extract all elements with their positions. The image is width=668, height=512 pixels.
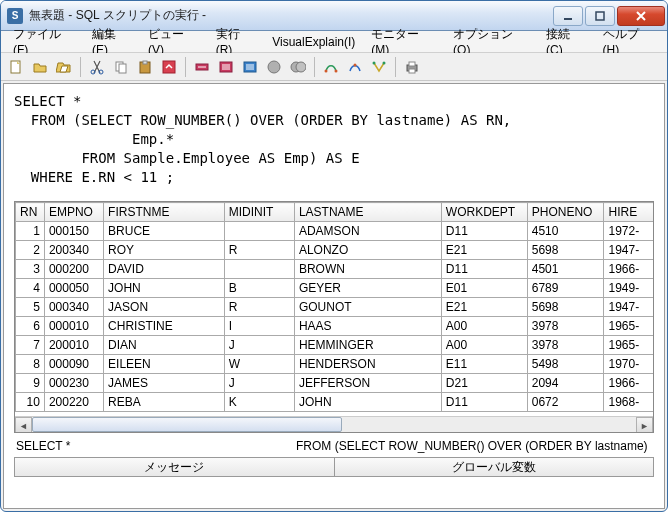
cell-mid[interactable]: B — [224, 279, 294, 298]
cell-first[interactable]: CHRISTINE — [104, 317, 225, 336]
save-button[interactable] — [53, 56, 75, 78]
cell-empno[interactable]: 000150 — [44, 222, 103, 241]
cell-last[interactable]: GEYER — [294, 279, 441, 298]
cell-hire[interactable]: 1947- — [604, 241, 653, 260]
cell-mid[interactable]: I — [224, 317, 294, 336]
cell-mid[interactable] — [224, 222, 294, 241]
cell-mid[interactable]: K — [224, 393, 294, 412]
scroll-left-button[interactable]: ◄ — [15, 417, 32, 433]
run-selection-button[interactable] — [239, 56, 261, 78]
open-button[interactable] — [29, 56, 51, 78]
cell-last[interactable]: GOUNOT — [294, 298, 441, 317]
cell-phone[interactable]: 2094 — [527, 374, 604, 393]
sql-editor[interactable]: SELECT * FROM (SELECT ROW_NUMBER() OVER … — [4, 84, 664, 195]
cell-empno[interactable]: 000340 — [44, 298, 103, 317]
menu-visualexplain[interactable]: VisualExplain(I) — [264, 33, 363, 51]
maximize-button[interactable] — [585, 6, 615, 26]
cell-dept[interactable]: A00 — [441, 336, 527, 355]
tab-messages[interactable]: メッセージ — [14, 457, 335, 477]
cell-first[interactable]: JOHN — [104, 279, 225, 298]
stop-all-button[interactable] — [287, 56, 309, 78]
cell-phone[interactable]: 6789 — [527, 279, 604, 298]
cell-dept[interactable]: D21 — [441, 374, 527, 393]
cell-dept[interactable]: E01 — [441, 279, 527, 298]
cell-phone[interactable]: 3978 — [527, 317, 604, 336]
cell-hire[interactable]: 1966- — [604, 374, 653, 393]
col-header-empno[interactable]: EMPNO — [44, 203, 103, 222]
cell-last[interactable]: JOHN — [294, 393, 441, 412]
cell-first[interactable]: EILEEN — [104, 355, 225, 374]
col-header-lastname[interactable]: LASTNAME — [294, 203, 441, 222]
cell-rn[interactable]: 8 — [16, 355, 45, 374]
plan-a-button[interactable] — [320, 56, 342, 78]
cell-last[interactable]: BROWN — [294, 260, 441, 279]
col-header-firstnme[interactable]: FIRSTNME — [104, 203, 225, 222]
cell-dept[interactable]: E21 — [441, 241, 527, 260]
cell-last[interactable]: HAAS — [294, 317, 441, 336]
stop-button[interactable] — [263, 56, 285, 78]
cell-empno[interactable]: 200220 — [44, 393, 103, 412]
cell-last[interactable]: ALONZO — [294, 241, 441, 260]
cell-mid[interactable]: J — [224, 374, 294, 393]
run-step-button[interactable] — [191, 56, 213, 78]
cell-first[interactable]: JASON — [104, 298, 225, 317]
table-row[interactable]: 7200010DIANJHEMMINGERA0039781965- — [16, 336, 654, 355]
table-row[interactable]: 5000340JASONRGOUNOTE2156981947- — [16, 298, 654, 317]
table-row[interactable]: 10200220REBAKJOHND1106721968- — [16, 393, 654, 412]
horizontal-scrollbar[interactable]: ◄ ► — [15, 416, 653, 433]
table-row[interactable]: 2200340ROYRALONZOE2156981947- — [16, 241, 654, 260]
cell-dept[interactable]: D11 — [441, 393, 527, 412]
cell-rn[interactable]: 9 — [16, 374, 45, 393]
cell-rn[interactable]: 6 — [16, 317, 45, 336]
cell-phone[interactable]: 4501 — [527, 260, 604, 279]
cell-hire[interactable]: 1968- — [604, 393, 653, 412]
cell-dept[interactable]: D11 — [441, 222, 527, 241]
cell-rn[interactable]: 10 — [16, 393, 45, 412]
undo-button[interactable] — [158, 56, 180, 78]
results-grid-scroll[interactable]: RN EMPNO FIRSTNME MIDINIT LASTNAME WORKD… — [15, 202, 653, 416]
cell-hire[interactable]: 1947- — [604, 298, 653, 317]
table-row[interactable]: 1000150BRUCEADAMSOND1145101972- — [16, 222, 654, 241]
cell-phone[interactable]: 5498 — [527, 355, 604, 374]
scroll-right-button[interactable]: ► — [636, 417, 653, 433]
cell-phone[interactable]: 3978 — [527, 336, 604, 355]
cell-phone[interactable]: 4510 — [527, 222, 604, 241]
cell-last[interactable]: HENDERSON — [294, 355, 441, 374]
scroll-track[interactable] — [32, 417, 636, 433]
cell-hire[interactable]: 1966- — [604, 260, 653, 279]
cell-rn[interactable]: 5 — [16, 298, 45, 317]
cell-first[interactable]: REBA — [104, 393, 225, 412]
cell-first[interactable]: JAMES — [104, 374, 225, 393]
cell-hire[interactable]: 1972- — [604, 222, 653, 241]
cell-empno[interactable]: 000050 — [44, 279, 103, 298]
cell-rn[interactable]: 7 — [16, 336, 45, 355]
cell-empno[interactable]: 000090 — [44, 355, 103, 374]
col-header-phoneno[interactable]: PHONENO — [527, 203, 604, 222]
table-row[interactable]: 6000010CHRISTINEIHAASA0039781965- — [16, 317, 654, 336]
cell-mid[interactable]: W — [224, 355, 294, 374]
col-header-hire[interactable]: HIRE — [604, 203, 653, 222]
cell-empno[interactable]: 000010 — [44, 317, 103, 336]
cell-first[interactable]: DAVID — [104, 260, 225, 279]
copy-button[interactable] — [110, 56, 132, 78]
cell-last[interactable]: ADAMSON — [294, 222, 441, 241]
cell-rn[interactable]: 2 — [16, 241, 45, 260]
run-button[interactable] — [215, 56, 237, 78]
cell-dept[interactable]: E11 — [441, 355, 527, 374]
col-header-workdept[interactable]: WORKDEPT — [441, 203, 527, 222]
col-header-midinit[interactable]: MIDINIT — [224, 203, 294, 222]
cell-phone[interactable]: 5698 — [527, 241, 604, 260]
cell-dept[interactable]: E21 — [441, 298, 527, 317]
cell-hire[interactable]: 1965- — [604, 317, 653, 336]
cell-phone[interactable]: 0672 — [527, 393, 604, 412]
cut-button[interactable] — [86, 56, 108, 78]
cell-mid[interactable]: R — [224, 298, 294, 317]
cell-first[interactable]: BRUCE — [104, 222, 225, 241]
plan-c-button[interactable] — [368, 56, 390, 78]
table-row[interactable]: 9000230JAMESJJEFFERSOND2120941966- — [16, 374, 654, 393]
table-row[interactable]: 3000200DAVIDBROWND1145011966- — [16, 260, 654, 279]
cell-mid[interactable]: J — [224, 336, 294, 355]
cell-dept[interactable]: D11 — [441, 260, 527, 279]
scroll-thumb[interactable] — [32, 417, 342, 432]
cell-empno[interactable]: 000200 — [44, 260, 103, 279]
